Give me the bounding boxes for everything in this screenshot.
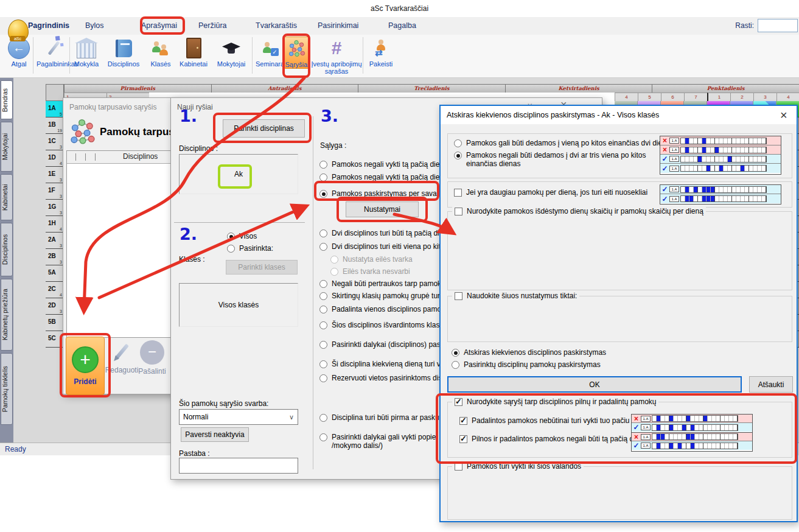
sidebar-tab-kabinetų-priežiūra[interactable]: Kabinetų priežiūra xyxy=(1,279,13,351)
radio-icon[interactable] xyxy=(319,374,327,382)
radio-icon[interactable] xyxy=(319,280,327,288)
menu-item-bylos[interactable]: Bylos xyxy=(85,21,104,30)
radio-icon[interactable] xyxy=(319,341,327,349)
toolbar-button-pagalbininkas[interactable]: Pagalbininkas xyxy=(37,37,71,68)
checkbox-icon[interactable] xyxy=(459,435,467,443)
class-row-label-1g[interactable]: 1G3 xyxy=(46,200,64,216)
sidebar-tab-pamokų-tinklelis[interactable]: Pamokų tinklelis xyxy=(1,353,13,425)
sidebar-tab-mokytojai[interactable]: Mokytojai xyxy=(1,122,13,172)
checkbox-icon[interactable] xyxy=(455,292,462,300)
menu-item-pagrindinis[interactable]: Pagrindinis xyxy=(28,21,69,30)
class-row-label-5a[interactable]: 5A xyxy=(46,265,64,282)
toolbar-button-seminarai[interactable]: ✓Seminarai xyxy=(256,37,284,68)
class-row-label-1e[interactable]: 1E3 xyxy=(46,167,64,183)
radio-icon[interactable] xyxy=(227,245,235,253)
check-until-hour[interactable]: Pamokos turi vykti iki šios valandos xyxy=(452,462,584,471)
condition-option-14[interactable]: Disciplina turi būti pirma ar paskutinė xyxy=(319,413,451,422)
condition-option-3[interactable]: Dvi disciplinos turi būti tą pačią dieną xyxy=(319,229,452,237)
radio-icon[interactable] xyxy=(452,349,459,357)
checkbox-icon[interactable] xyxy=(459,417,467,425)
radio-icon[interactable] xyxy=(319,190,327,198)
radio-icon[interactable] xyxy=(319,433,327,441)
close-icon[interactable]: × xyxy=(780,110,787,121)
menu-item-pagalba[interactable]: Pagalba xyxy=(388,21,416,30)
class-row-label-2a[interactable]: 2A3 xyxy=(46,233,64,249)
settings-button[interactable]: Nustatymai xyxy=(346,201,419,217)
checkbox-icon[interactable] xyxy=(455,463,462,471)
edit-relation-button[interactable]: Redaguoti xyxy=(103,340,140,374)
checkbox-icon[interactable] xyxy=(455,208,462,215)
toolbar-button-sąryšiai[interactable]: Sąryšiai xyxy=(284,37,310,69)
class-row-label-1f[interactable]: 1F3 xyxy=(46,183,64,200)
condition-option-11[interactable]: Pasirinkti dalykai (disciplinos) pasirin… xyxy=(319,340,456,349)
radio-icon[interactable] xyxy=(454,139,462,147)
class-row-label-2c[interactable]: 2C4 xyxy=(46,282,64,298)
condition-option-2[interactable]: Pamokos paskirstymas per savaitę xyxy=(319,189,444,198)
ok-button[interactable]: OK xyxy=(447,376,742,393)
toolbar-button-kabinetai[interactable]: Kabinetai xyxy=(176,37,211,68)
condition-option-5[interactable]: Nustatyta eilės tvarka xyxy=(330,255,413,264)
all-classes-radio[interactable]: Visos xyxy=(227,232,257,240)
toolbar-button-mokykla[interactable]: Mokykla xyxy=(72,37,101,68)
radio-icon[interactable] xyxy=(319,173,327,181)
sidebar-tab-kabinetai[interactable]: Kabinetai xyxy=(1,174,13,220)
check-days-count[interactable]: Nurodykite pamokos išdėstymo dienų skaič… xyxy=(452,207,706,215)
condition-option-8[interactable]: Skirtingų klasių pamokų grupė turi vyk xyxy=(319,292,455,300)
condition-option-6[interactable]: Eilės tvarka nesvarbi xyxy=(330,267,410,276)
menu-item-tvarkaraštis[interactable]: Tvarkaraštis xyxy=(256,21,297,30)
selected-classes-radio[interactable]: Pasirinkta: xyxy=(227,244,273,253)
check-sequential[interactable]: Jei yra daugiau pamokų per dieną, jos tu… xyxy=(454,188,647,197)
remove-relation-button[interactable]: − Pašalinti xyxy=(135,340,169,376)
sidebar-tab-disciplinos[interactable]: Disciplinos xyxy=(1,223,13,276)
check-full-split-relation[interactable]: Nurodykite sąryšį tarp disciplinos pilnų… xyxy=(452,397,658,406)
check-split-day[interactable]: Pilnos ir padalintos pamokos negali būti… xyxy=(459,435,649,443)
condition-option-15[interactable]: Pasirinkti dalykai gali vykti popiet (vė… xyxy=(319,433,458,450)
radio-selected-distribution[interactable]: Pasirinktų disciplinų pamokų paskirstyma… xyxy=(452,360,601,369)
find-input[interactable] xyxy=(758,19,798,32)
class-row-label-5c[interactable]: 5C xyxy=(46,331,64,348)
class-row-label-1d[interactable]: 1D4 xyxy=(46,150,64,167)
condition-option-12[interactable]: Ši disciplina kiekvieną dieną turi vykti… xyxy=(319,360,455,368)
class-row-label-1c[interactable]: 1C3 xyxy=(46,134,64,150)
radio-icon[interactable] xyxy=(454,152,462,159)
condition-option-10[interactable]: Šios disciplinos išvardintoms klasėms t xyxy=(319,321,458,329)
class-row-label-1h[interactable]: 1H4 xyxy=(46,216,64,233)
condition-option-13[interactable]: Rezervuoti vietos pasirinktoms discipli xyxy=(319,374,455,382)
class-row-label-2d[interactable]: 2D3 xyxy=(46,298,64,315)
toolbar-button-klasės[interactable]: Klasės xyxy=(146,37,175,68)
radio-icon[interactable] xyxy=(330,268,338,276)
condition-option-0[interactable]: Pamokos negali vykti tą pačią dieną xyxy=(319,160,448,169)
toolbar-button-disciplinos[interactable]: Disciplinos xyxy=(102,37,145,68)
radio-consecutive[interactable]: Pamokos gali būti dedamos į vieną po kit… xyxy=(454,139,674,147)
menu-item-pasirinkimai[interactable]: Pasirinkimai xyxy=(318,21,358,30)
toolbar-button-pakeisti[interactable]: ⇄Pakeisti xyxy=(365,37,397,68)
radio-icon[interactable] xyxy=(319,360,327,368)
class-row-label-1b[interactable]: 1B19 xyxy=(46,117,64,134)
radio-icon[interactable] xyxy=(227,233,235,240)
class-row-label-5b[interactable]: 5B xyxy=(46,315,64,331)
radio-icon[interactable] xyxy=(319,321,327,329)
radio-icon[interactable] xyxy=(319,306,327,313)
deactivate-button[interactable]: Paversti neaktyvia xyxy=(181,427,249,442)
sidebar-tab-bendras[interactable]: Bendras xyxy=(1,80,13,119)
cancel-button[interactable]: Atšaukti xyxy=(749,376,793,393)
class-row-label-2b[interactable]: 2B3 xyxy=(46,249,64,265)
check-split-time[interactable]: Padalintos pamokos nebūtinai turi vykti … xyxy=(459,416,650,425)
radio-not-consecutive[interactable]: Pamokos negali būti dedamos į dvi ar tri… xyxy=(454,151,667,168)
radio-icon[interactable] xyxy=(330,256,338,264)
checkbox-icon[interactable] xyxy=(455,398,462,406)
menu-item-aprašymai[interactable]: Aprašymai xyxy=(141,21,177,30)
add-relation-button[interactable]: + Pridėti xyxy=(66,337,105,395)
radio-icon[interactable] xyxy=(452,361,459,369)
radio-icon[interactable] xyxy=(319,161,327,169)
condition-option-1[interactable]: Pamokos negali vykti tą pačią dieną vi xyxy=(319,173,455,181)
check-use-only[interactable]: Naudokite šiuos nustatymus tiktai: xyxy=(452,292,579,300)
note-input[interactable] xyxy=(179,458,298,474)
radio-individual-distribution[interactable]: Atskiras kiekvienos disciplinos paskirst… xyxy=(452,348,606,357)
toolbar-button-įvestų-apribojimų-sąrašas[interactable]: #Įvestų apribojimų sąrašas xyxy=(310,37,363,75)
condition-option-7[interactable]: Negali būti pertraukos tarp pamokų gr xyxy=(319,279,454,288)
radio-icon[interactable] xyxy=(319,243,327,251)
importance-select[interactable]: Normali ∨ xyxy=(179,409,298,425)
class-row-label-1a[interactable]: 1A5 xyxy=(46,101,64,117)
toolbar-button-mokytojai[interactable]: Mokytojai xyxy=(212,37,251,68)
